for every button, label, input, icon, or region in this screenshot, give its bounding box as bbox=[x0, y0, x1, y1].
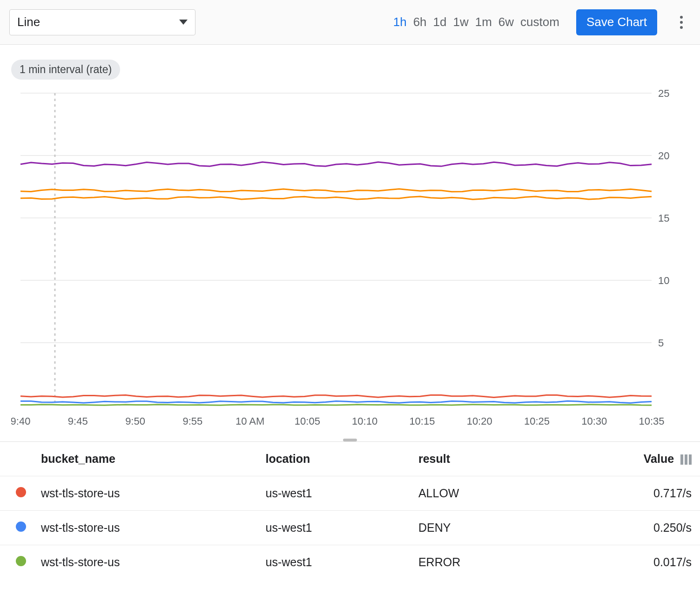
save-chart-button[interactable]: Save Chart bbox=[576, 9, 657, 35]
svg-text:9:55: 9:55 bbox=[182, 415, 202, 427]
svg-text:10: 10 bbox=[658, 275, 669, 286]
table-row[interactable]: wst-tls-store-usus-west1DENY0.250/s bbox=[0, 511, 700, 545]
legend-table: bucket_name location result Value wst-tl… bbox=[0, 441, 700, 579]
cell-result: DENY bbox=[407, 511, 550, 545]
svg-text:9:40: 9:40 bbox=[11, 415, 30, 427]
cell-bucket: wst-tls-store-us bbox=[30, 511, 254, 545]
col-result[interactable]: result bbox=[407, 442, 550, 476]
svg-text:10:10: 10:10 bbox=[352, 415, 377, 427]
more-menu-button[interactable] bbox=[672, 13, 691, 32]
cell-result: ERROR bbox=[407, 545, 550, 580]
table-row[interactable]: wst-tls-store-usus-west1ERROR0.017/s bbox=[0, 545, 700, 580]
svg-text:10 AM: 10 AM bbox=[236, 415, 264, 427]
interval-chip: 1 min interval (rate) bbox=[11, 60, 120, 80]
cell-location: us-west1 bbox=[254, 511, 407, 545]
cell-value: 0.017/s bbox=[550, 545, 700, 580]
range-1d[interactable]: 1d bbox=[433, 15, 447, 29]
range-1h[interactable]: 1h bbox=[393, 15, 407, 29]
svg-text:9:45: 9:45 bbox=[68, 415, 88, 427]
columns-icon[interactable] bbox=[680, 454, 692, 465]
cell-location: us-west1 bbox=[254, 545, 407, 580]
svg-text:10:20: 10:20 bbox=[467, 415, 492, 427]
resize-handle[interactable] bbox=[0, 438, 700, 441]
svg-text:10:35: 10:35 bbox=[639, 415, 664, 427]
cell-bucket: wst-tls-store-us bbox=[30, 545, 254, 580]
series-swatch bbox=[16, 487, 26, 497]
cell-location: us-west1 bbox=[254, 476, 407, 511]
table-row[interactable]: wst-tls-store-usus-west1ALLOW0.717/s bbox=[0, 476, 700, 511]
col-bucket[interactable]: bucket_name bbox=[30, 442, 254, 476]
svg-text:10:30: 10:30 bbox=[581, 415, 607, 427]
cell-value: 0.250/s bbox=[550, 511, 700, 545]
cell-value: 0.717/s bbox=[550, 476, 700, 511]
svg-text:5: 5 bbox=[658, 337, 664, 349]
range-1m[interactable]: 1m bbox=[475, 15, 492, 29]
svg-text:10:25: 10:25 bbox=[524, 415, 550, 427]
svg-text:20: 20 bbox=[658, 150, 669, 162]
series-swatch bbox=[16, 522, 26, 532]
range-6h[interactable]: 6h bbox=[413, 15, 427, 29]
cell-result: ALLOW bbox=[407, 476, 550, 511]
table-header-row: bucket_name location result Value bbox=[0, 442, 700, 476]
svg-text:10:15: 10:15 bbox=[409, 415, 435, 427]
col-value[interactable]: Value bbox=[550, 442, 700, 476]
time-range-group: 1h 6h 1d 1w 1m 6w custom bbox=[393, 15, 559, 29]
range-custom[interactable]: custom bbox=[520, 15, 559, 29]
chart-type-dropdown[interactable]: Line bbox=[9, 9, 195, 35]
cell-bucket: wst-tls-store-us bbox=[30, 476, 254, 511]
svg-text:10:05: 10:05 bbox=[295, 415, 320, 427]
chart-type-label: Line bbox=[17, 15, 40, 29]
line-chart[interactable]: 5101520259:409:459:509:5510 AM10:0510:10… bbox=[11, 61, 689, 433]
series-swatch bbox=[16, 556, 26, 566]
svg-text:25: 25 bbox=[658, 88, 669, 99]
svg-text:15: 15 bbox=[658, 212, 669, 224]
svg-text:9:50: 9:50 bbox=[125, 415, 145, 427]
chart-area: 1 min interval (rate) 5101520259:409:459… bbox=[0, 45, 700, 438]
chevron-down-icon bbox=[179, 20, 188, 25]
range-6w[interactable]: 6w bbox=[498, 15, 514, 29]
toolbar: Line 1h 6h 1d 1w 1m 6w custom Save Chart bbox=[0, 0, 700, 45]
col-location[interactable]: location bbox=[254, 442, 407, 476]
range-1w[interactable]: 1w bbox=[453, 15, 468, 29]
